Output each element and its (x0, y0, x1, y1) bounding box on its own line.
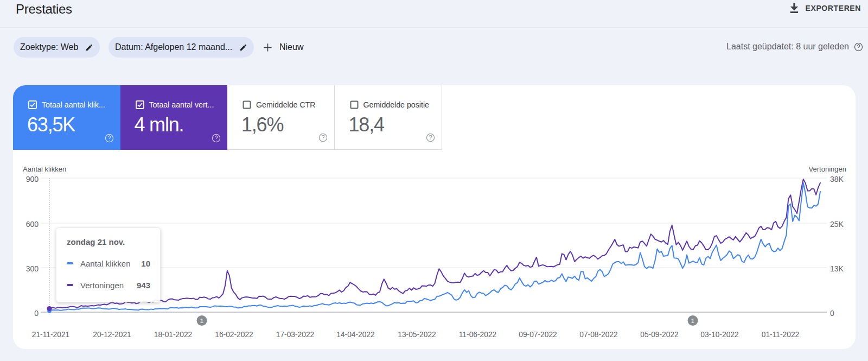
svg-text:09-07-2022: 09-07-2022 (519, 331, 557, 339)
svg-text:17-03-2022: 17-03-2022 (276, 331, 315, 339)
svg-text:05-09-2022: 05-09-2022 (640, 331, 679, 339)
svg-text:03-10-2022: 03-10-2022 (700, 331, 739, 339)
svg-text:600: 600 (26, 220, 39, 229)
svg-text:300: 300 (26, 264, 39, 273)
svg-text:900: 900 (26, 175, 39, 183)
svg-text:01-11-2022: 01-11-2022 (762, 331, 800, 339)
svg-text:13K: 13K (830, 264, 844, 273)
svg-text:16-02-2022: 16-02-2022 (215, 331, 253, 339)
svg-text:25K: 25K (830, 220, 844, 229)
svg-text:1: 1 (691, 318, 694, 324)
svg-text:18-01-2022: 18-01-2022 (154, 331, 193, 339)
svg-text:07-08-2022: 07-08-2022 (579, 331, 618, 339)
svg-text:0: 0 (830, 309, 834, 318)
svg-text:13-05-2022: 13-05-2022 (398, 331, 436, 339)
svg-text:38K: 38K (830, 175, 844, 183)
svg-text:Aantal klikken: Aantal klikken (23, 165, 66, 173)
svg-text:0: 0 (34, 309, 39, 318)
svg-text:14-04-2022: 14-04-2022 (336, 331, 375, 339)
svg-text:11-06-2022: 11-06-2022 (459, 331, 497, 339)
svg-text:Vertoningen: Vertoningen (809, 165, 846, 173)
svg-text:1: 1 (200, 318, 203, 324)
svg-text:20-12-2021: 20-12-2021 (93, 331, 131, 339)
svg-text:21-11-2021: 21-11-2021 (32, 331, 70, 339)
